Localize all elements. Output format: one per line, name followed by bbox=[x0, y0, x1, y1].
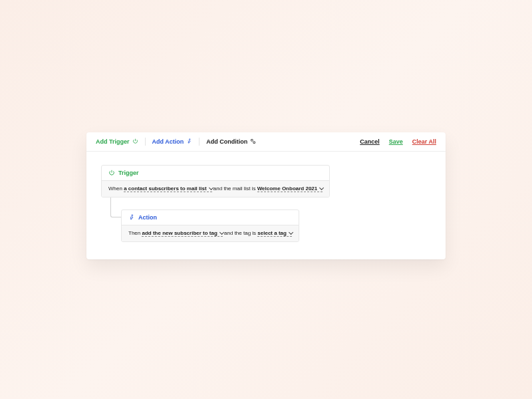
chevron-down-icon bbox=[209, 185, 213, 190]
add-trigger-label: Add Trigger bbox=[96, 138, 130, 145]
trigger-middle: and the mail list is bbox=[213, 186, 256, 192]
svg-point-3 bbox=[132, 214, 133, 215]
action-value-text: select a tag bbox=[257, 230, 287, 236]
action-header: Action bbox=[122, 210, 299, 225]
automation-card: Add Trigger Add Action Add Condition Can… bbox=[86, 132, 446, 259]
action-event-select[interactable]: add the new subscriber to tag bbox=[142, 230, 222, 237]
automation-content: Trigger When a contact subscribers to ma… bbox=[86, 152, 446, 259]
trigger-header: Trigger bbox=[102, 166, 329, 180]
add-condition-button[interactable]: Add Condition bbox=[200, 138, 263, 145]
add-trigger-button[interactable]: Add Trigger bbox=[96, 138, 145, 145]
svg-rect-1 bbox=[251, 140, 253, 142]
toolbar-right: Cancel Save Clear All bbox=[360, 138, 436, 145]
action-value-select[interactable]: select a tag bbox=[257, 230, 292, 237]
action-block: Action Then add the new subscriber to ta… bbox=[121, 209, 299, 242]
chevron-down-icon bbox=[319, 185, 324, 190]
trigger-value-text: Welcome Onboard 2021 bbox=[257, 186, 318, 192]
power-icon bbox=[108, 170, 115, 176]
toolbar-left: Add Trigger Add Action Add Condition bbox=[96, 138, 263, 146]
condition-icon bbox=[250, 138, 256, 144]
trigger-value-select[interactable]: Welcome Onboard 2021 bbox=[257, 186, 323, 192]
action-body: Then add the new subscriber to tag and t… bbox=[122, 225, 299, 241]
connector-line bbox=[110, 198, 121, 217]
clear-all-link[interactable]: Clear All bbox=[412, 138, 436, 145]
trigger-event-text: a contact subscribers to mail list bbox=[124, 186, 206, 192]
add-condition-label: Add Condition bbox=[206, 138, 247, 145]
trigger-block: Trigger When a contact subscribers to ma… bbox=[101, 165, 330, 198]
action-event-text: add the new subscriber to tag bbox=[142, 230, 217, 236]
svg-point-0 bbox=[190, 139, 191, 140]
chevron-down-icon bbox=[289, 229, 293, 234]
power-icon bbox=[132, 138, 138, 144]
chevron-down-icon bbox=[219, 229, 224, 234]
running-icon bbox=[186, 138, 192, 144]
action-heading: Action bbox=[138, 214, 157, 221]
trigger-prefix: When bbox=[108, 186, 122, 192]
add-action-label: Add Action bbox=[152, 138, 184, 145]
cancel-link[interactable]: Cancel bbox=[360, 138, 380, 145]
toolbar: Add Trigger Add Action Add Condition Can… bbox=[86, 132, 446, 152]
running-icon bbox=[128, 214, 135, 221]
trigger-heading: Trigger bbox=[118, 170, 139, 176]
action-middle: and the tag is bbox=[224, 230, 256, 236]
action-prefix: Then bbox=[128, 230, 140, 236]
action-wrap: Action Then add the new subscriber to ta… bbox=[121, 209, 431, 242]
trigger-event-select[interactable]: a contact subscribers to mail list bbox=[124, 186, 211, 192]
trigger-body: When a contact subscribers to mail list … bbox=[102, 180, 329, 197]
svg-rect-2 bbox=[253, 142, 255, 144]
save-link[interactable]: Save bbox=[389, 138, 403, 145]
add-action-button[interactable]: Add Action bbox=[146, 138, 200, 145]
